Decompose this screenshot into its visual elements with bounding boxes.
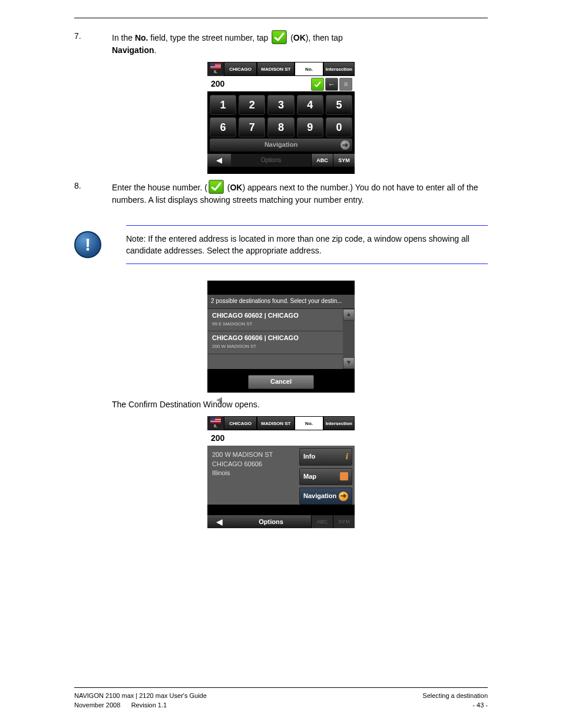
key-6[interactable]: 6 — [210, 117, 236, 137]
destination-item-sub: 99 E MADISON ST — [212, 321, 338, 328]
footer-revision: Revision 1.1 — [131, 701, 167, 709]
sym-button: SYM — [333, 515, 355, 528]
info-icon: i — [346, 451, 348, 463]
key-9[interactable]: 9 — [297, 117, 323, 137]
backspace-button[interactable]: ← — [325, 78, 338, 91]
footer-page-number: - 43 - — [422, 701, 488, 710]
key-1[interactable]: 1 — [210, 95, 236, 115]
step7-no-field: No. — [135, 33, 148, 42]
note-block: ! Note: If the entered address is locate… — [74, 223, 488, 267]
navigation-label: Navigation — [303, 492, 336, 501]
step7-text-d: ( — [288, 33, 293, 42]
options-button[interactable]: Options — [231, 154, 311, 167]
note-rule-bottom — [126, 263, 488, 264]
cancel-button[interactable]: Cancel — [248, 375, 314, 389]
note-icon: ! — [74, 231, 101, 258]
footer-guide-title: NAVIGON 2100 max | 2120 max User's Guide — [74, 691, 207, 701]
tab-street[interactable]: MADISON ST — [257, 416, 295, 430]
scroll-up-button[interactable]: ▲ — [343, 309, 355, 321]
note-rule-top — [126, 225, 488, 226]
step7-nav-period: . — [154, 45, 157, 55]
note-text: Note: If the entered address is located … — [126, 228, 488, 262]
flag-label: IL — [214, 423, 217, 429]
back-button[interactable]: ◀ — [207, 515, 231, 528]
destination-list-message: 2 possible destinations found. Select yo… — [207, 295, 355, 309]
destination-item-title: CHICAGO 60606 | CHICAGO — [212, 334, 338, 343]
footer-section: Selecting a destination — [422, 691, 488, 701]
header-rule — [74, 18, 488, 18]
info-label: Info — [303, 452, 315, 462]
flag-icon — [210, 63, 221, 69]
flag-tab[interactable]: IL — [207, 62, 224, 76]
addr-line1: 200 W MADISON ST — [212, 450, 295, 459]
destination-item[interactable]: CHICAGO 60602 | CHICAGO 99 E MADISON ST — [207, 309, 343, 332]
step7-text-a: In the — [112, 33, 135, 42]
number-input: 200 — [207, 430, 355, 446]
key-5[interactable]: 5 — [326, 95, 352, 115]
footer-date: November 2008 — [74, 701, 120, 709]
number-input-value: 200 — [211, 432, 224, 444]
navigation-arrow-icon: ➔ — [340, 140, 350, 150]
go-icon: ➔ — [339, 492, 348, 501]
ok-icon — [272, 30, 287, 44]
tab-city[interactable]: CHICAGO — [224, 62, 257, 76]
navigation-label: Navigation — [265, 140, 297, 150]
step7-text-f: ), then tap — [306, 33, 343, 42]
map-icon — [340, 472, 348, 480]
navigation-button[interactable]: Navigation ➔ — [299, 487, 352, 505]
sym-button[interactable]: SYM — [333, 154, 355, 167]
addr-line2: CHICAGO 60606 — [212, 460, 295, 469]
key-7[interactable]: 7 — [239, 117, 265, 137]
destination-item-title: CHICAGO 60602 | CHICAGO — [212, 311, 338, 321]
tab-number[interactable]: No. — [295, 416, 323, 430]
map-label: Map — [303, 472, 316, 482]
key-3[interactable]: 3 — [267, 95, 294, 115]
scroll-down-button[interactable]: ▼ — [343, 357, 355, 369]
flag-label: IL — [214, 69, 217, 75]
options-button[interactable]: Options — [231, 515, 311, 528]
confirm-destination-screenshot: IL CHICAGO MADISON ST No. Intersection 2… — [207, 416, 355, 528]
key-4[interactable]: 4 — [297, 95, 323, 115]
number-input[interactable]: 200 ← ≡ — [207, 76, 355, 91]
key-2[interactable]: 2 — [239, 95, 265, 115]
navigation-button[interactable]: Navigation ➔ — [210, 139, 352, 151]
step-7: 7. In the No. field, type the street num… — [74, 30, 488, 56]
key-0[interactable]: 0 — [326, 117, 352, 137]
step7-ok-label: OK — [293, 33, 306, 42]
step7-text-c: field, type the street number, tap — [148, 33, 270, 42]
back-button[interactable]: ◀ — [207, 154, 231, 167]
addr-line3: Illinois — [212, 469, 295, 477]
number-input-value: 200 — [211, 78, 224, 90]
step7-nav: Navigation — [112, 45, 154, 55]
list-button[interactable]: ≡ — [339, 78, 352, 91]
destination-item[interactable]: CHICAGO 60606 | CHICAGO 200 W MADISON ST — [207, 331, 343, 354]
map-button[interactable]: Map — [299, 468, 352, 485]
footer-rule — [74, 687, 488, 688]
info-button[interactable]: Info i — [299, 448, 352, 465]
destination-item-sub: 200 W MADISON ST — [212, 343, 338, 350]
destination-list-screenshot: 2 possible destinations found. Select yo… — [207, 281, 355, 393]
step-7-number: 7. — [74, 30, 112, 56]
tab-number[interactable]: No. — [295, 62, 323, 76]
scroll-track[interactable] — [343, 321, 355, 357]
abc-button[interactable]: ABC — [311, 154, 333, 167]
abc-button: ABC — [311, 515, 333, 528]
tab-intersection[interactable]: Intersection — [323, 62, 355, 76]
footer: NAVIGON 2100 max | 2120 max User's Guide… — [74, 691, 488, 710]
step8-a: Enter the house number. ( — [112, 183, 207, 192]
tab-intersection[interactable]: Intersection — [323, 416, 355, 430]
key-8[interactable]: 8 — [267, 117, 294, 137]
step8-ok: OK — [230, 183, 242, 192]
flag-tab[interactable]: IL — [207, 416, 224, 430]
destination-address: 200 W MADISON ST CHICAGO 60606 Illinois — [207, 446, 299, 505]
ok-icon — [209, 180, 224, 194]
step-8: 8. Enter the house number. ( (OK) appear… — [74, 180, 488, 206]
flag-icon — [210, 417, 221, 423]
confirm-window-text: The Confirm Destination Window opens. — [112, 398, 488, 410]
step-8-number: 8. — [74, 180, 112, 206]
tab-street[interactable]: MADISON ST — [257, 62, 295, 76]
ok-button[interactable] — [311, 78, 324, 91]
tab-city[interactable]: CHICAGO — [224, 416, 257, 430]
keypad-screenshot: IL CHICAGO MADISON ST No. Intersection 2… — [207, 62, 355, 174]
